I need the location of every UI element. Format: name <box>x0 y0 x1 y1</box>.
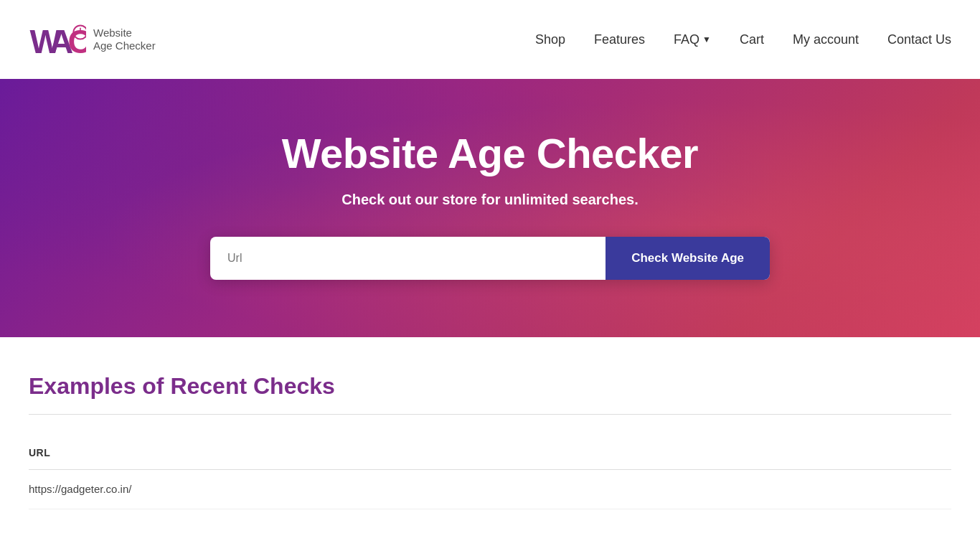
logo-icon: W A C <box>29 18 86 61</box>
nav-my-account[interactable]: My account <box>793 32 859 47</box>
nav-shop[interactable]: Shop <box>535 32 565 47</box>
nav-faq-wrapper[interactable]: FAQ ▼ <box>674 32 711 47</box>
table-header: URL <box>29 436 951 470</box>
hero-content: Website Age Checker Check out our store … <box>29 129 951 280</box>
main-content: Examples of Recent Checks URL https://ga… <box>0 337 980 538</box>
main-nav: Shop Features FAQ ▼ Cart My account Cont… <box>535 32 951 47</box>
site-header: W A C Website Age Checker Shop Features … <box>0 0 980 79</box>
search-bar: Check Website Age <box>210 237 770 280</box>
col-url-header: URL <box>29 447 50 458</box>
row-url: https://gadgeter.co.in/ <box>29 483 131 495</box>
hero-title: Website Age Checker <box>29 129 951 177</box>
nav-faq[interactable]: FAQ <box>674 32 699 47</box>
hero-section: Website Age Checker Check out our store … <box>0 79 980 337</box>
table-row: https://gadgeter.co.in/ <box>29 470 951 509</box>
nav-contact-us[interactable]: Contact Us <box>887 32 951 47</box>
url-input[interactable] <box>210 237 606 280</box>
logo-link[interactable]: W A C Website Age Checker <box>29 18 156 61</box>
nav-cart[interactable]: Cart <box>740 32 764 47</box>
recent-checks-table: URL https://gadgeter.co.in/ <box>29 436 951 509</box>
logo-text: Website Age Checker <box>93 27 156 52</box>
svg-text:C: C <box>67 23 86 60</box>
section-divider <box>29 414 951 415</box>
chevron-down-icon: ▼ <box>702 34 711 44</box>
nav-features[interactable]: Features <box>594 32 645 47</box>
hero-subtitle: Check out our store for unlimited search… <box>29 192 951 208</box>
check-button[interactable]: Check Website Age <box>606 237 770 280</box>
recent-checks-title: Examples of Recent Checks <box>29 373 951 400</box>
logo-age-checker: Age Checker <box>93 39 156 52</box>
logo-website: Website <box>93 27 156 39</box>
